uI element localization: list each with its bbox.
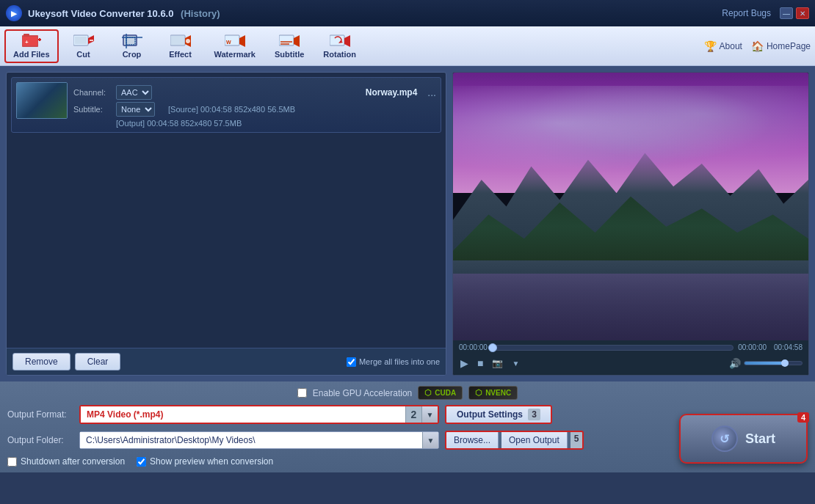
- subtitle-select[interactable]: None: [116, 102, 155, 117]
- volume-icon: 🔊: [729, 358, 741, 369]
- window-controls: — ✕: [780, 7, 809, 19]
- svg-marker-20: [239, 35, 245, 47]
- app-logo: ▶: [6, 5, 22, 21]
- file-item[interactable]: Channel: AAC Norway.mp4 ... Subtitle:: [11, 77, 441, 133]
- cut-button[interactable]: Cut: [60, 29, 107, 63]
- format-value: MP4 Video (*.mp4): [81, 406, 405, 423]
- svg-rect-7: [75, 37, 87, 44]
- preview-checkbox[interactable]: [137, 457, 146, 467]
- file-more-menu[interactable]: ...: [427, 87, 436, 98]
- merge-checkbox[interactable]: [347, 357, 356, 367]
- effect-button[interactable]: Effect: [157, 29, 204, 63]
- remove-button[interactable]: Remove: [12, 353, 70, 370]
- titlebar: ▶ Ukeysoft Video Converter 10.6.0 (Histo…: [0, 0, 815, 26]
- output-folder-label: Output Folder:: [7, 435, 73, 445]
- preview-controls: 00:00:00 00:00:00 00:04:58 ▶ ■ 📷 ▼ 🔊: [453, 340, 808, 375]
- main-area: Channel: AAC Norway.mp4 ... Subtitle:: [0, 66, 815, 381]
- add-files-icon: +: [21, 34, 42, 48]
- report-bugs-link[interactable]: Report Bugs: [722, 8, 771, 18]
- play-button[interactable]: ▶: [459, 356, 470, 370]
- start-icon: ↺: [711, 426, 738, 452]
- gpu-label: Enable GPU Acceleration: [313, 388, 412, 398]
- app-title: Ukeysoft Video Converter 10.6.0 (History…: [28, 8, 722, 19]
- preview-panel: 00:00:00 00:00:00 00:04:58 ▶ ■ 📷 ▼ 🔊: [452, 72, 809, 376]
- format-num-badge: 2: [405, 406, 421, 423]
- file-thumbnail: [16, 82, 68, 119]
- merge-checkbox-wrapper[interactable]: Merge all files into one: [347, 357, 440, 367]
- watermark-icon: W: [225, 34, 245, 48]
- svg-marker-24: [294, 35, 300, 47]
- time-end: 00:04:58: [774, 343, 803, 351]
- folder-num-badge: 5: [570, 432, 583, 448]
- toolbar: + Add Files Cut Crop Effect W: [0, 26, 815, 66]
- shutdown-option[interactable]: Shutdown after conversion: [7, 456, 125, 467]
- file-panel-bottom: Remove Clear Merge all files into one: [7, 348, 446, 375]
- screenshot-dropdown[interactable]: ▼: [510, 358, 521, 369]
- open-output-button[interactable]: Open Output: [501, 432, 568, 448]
- volume-track[interactable]: [744, 361, 803, 365]
- subtitle-icon: [279, 34, 300, 48]
- effect-icon: [170, 34, 191, 48]
- merge-label: Merge all files into one: [359, 357, 440, 366]
- shutdown-label: Shutdown after conversion: [21, 456, 125, 467]
- format-dropdown-button[interactable]: ▼: [421, 406, 438, 423]
- about-link[interactable]: 🏆 About: [704, 40, 742, 52]
- start-num-badge: 4: [797, 412, 809, 423]
- rotation-icon: [330, 34, 350, 48]
- preview-video: [453, 73, 808, 340]
- svg-marker-26: [344, 35, 350, 47]
- output-format-label: Output Format:: [7, 409, 73, 420]
- folder-buttons: Browse... Open Output 5: [445, 431, 584, 450]
- start-button[interactable]: ↺ Start 4: [679, 414, 808, 464]
- watermark-button[interactable]: W Watermark: [206, 29, 264, 63]
- preview-option[interactable]: Show preview when conversion: [137, 456, 273, 467]
- minimize-button[interactable]: —: [780, 7, 793, 19]
- clear-button[interactable]: Clear: [75, 353, 121, 370]
- folder-dropdown-button[interactable]: ▼: [422, 432, 438, 448]
- time-mid: 00:00:00: [738, 343, 767, 351]
- svg-text:+: +: [25, 39, 29, 45]
- folder-path: C:\Users\Administrator\Desktop\My Videos…: [80, 432, 422, 448]
- channel-select[interactable]: AAC: [116, 85, 152, 100]
- svg-text:W: W: [226, 40, 231, 45]
- svg-rect-1: [23, 34, 29, 37]
- shutdown-checkbox[interactable]: [7, 457, 17, 467]
- cut-icon: [73, 34, 94, 48]
- preview-label: Show preview when conversion: [150, 456, 273, 467]
- nvenc-badge: ⬡ NVENC: [468, 386, 518, 400]
- time-current: 00:00:00: [459, 343, 488, 351]
- screenshot-button[interactable]: 📷: [490, 357, 504, 370]
- format-select-wrapper: MP4 Video (*.mp4) 2 ▼: [79, 405, 439, 424]
- subtitle-button[interactable]: Subtitle: [266, 29, 313, 63]
- stop-button[interactable]: ■: [476, 356, 485, 370]
- crop-icon: [122, 34, 142, 48]
- crop-button[interactable]: Crop: [109, 29, 156, 63]
- svg-point-17: [186, 39, 190, 43]
- progress-track[interactable]: [492, 345, 734, 351]
- add-files-button[interactable]: + Add Files: [4, 29, 59, 63]
- homepage-link[interactable]: 🏠 HomePage: [751, 40, 811, 52]
- rotation-button[interactable]: Rotation: [314, 29, 365, 63]
- browse-button[interactable]: Browse...: [446, 432, 499, 448]
- cuda-badge: ⬡ CUDA: [418, 386, 463, 400]
- toolbar-right: 🏆 About 🏠 HomePage: [704, 40, 811, 52]
- svg-marker-8: [88, 35, 94, 44]
- gpu-checkbox[interactable]: [297, 388, 307, 398]
- file-panel: Channel: AAC Norway.mp4 ... Subtitle:: [6, 72, 446, 376]
- folder-select-wrapper: C:\Users\Administrator\Desktop\My Videos…: [79, 431, 439, 449]
- file-metadata: Channel: AAC Norway.mp4 ... Subtitle:: [73, 82, 436, 128]
- svg-rect-15: [171, 36, 184, 45]
- start-button-wrapper: ↺ Start 4: [679, 414, 808, 464]
- close-button[interactable]: ✕: [796, 7, 809, 19]
- app-window: ▶ Ukeysoft Video Converter 10.6.0 (Histo…: [0, 0, 815, 504]
- output-settings-button[interactable]: Output Settings 3: [445, 405, 552, 424]
- file-list: Channel: AAC Norway.mp4 ... Subtitle:: [7, 73, 446, 348]
- gpu-row: Enable GPU Acceleration ⬡ CUDA ⬡ NVENC: [7, 386, 808, 400]
